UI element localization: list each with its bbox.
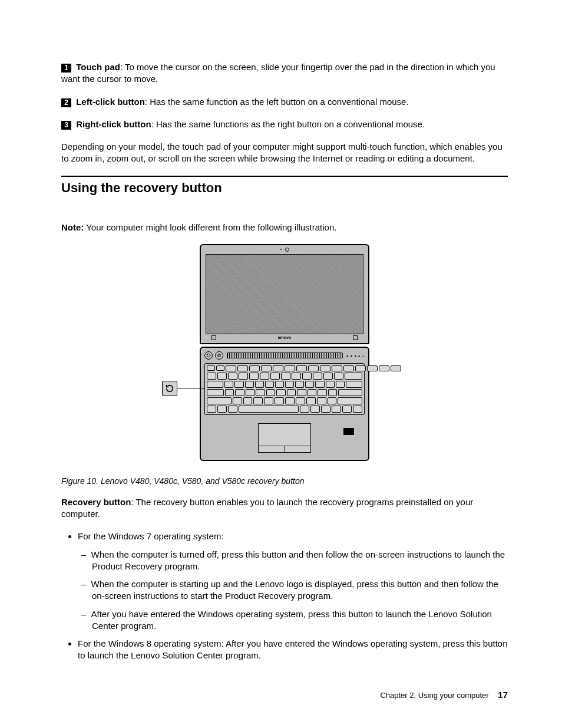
touchpad <box>258 423 311 453</box>
section-divider <box>61 176 508 177</box>
list-item-win7: For the Windows 7 operating system: When… <box>78 531 508 632</box>
indicator-lights: ▴ ▴ ▴ ▴ ▵ <box>346 353 365 357</box>
laptop: lenovo <box>200 244 369 461</box>
win7-sublist: When the computer is turned off, press t… <box>78 549 508 633</box>
hinge-right-icon <box>353 335 358 340</box>
callout-3-desc: : Has the same functions as the right bu… <box>151 119 425 129</box>
recovery-callout <box>162 381 204 396</box>
callout-1-desc: : To move the cursor on the screen, slid… <box>61 62 495 84</box>
section-heading: Using the recovery button <box>61 180 508 196</box>
brand-label: lenovo <box>278 335 292 340</box>
footer-chapter: Chapter 2. Using your computer <box>380 691 488 700</box>
recovery-button-icon <box>204 351 213 360</box>
laptop-lid: lenovo <box>200 244 369 344</box>
recovery-button-label: Recovery button <box>61 497 131 507</box>
win7-item-a: When the computer is turned off, press t… <box>92 549 508 573</box>
recovery-callout-icon <box>162 381 177 396</box>
hinge-row: lenovo <box>201 334 368 341</box>
recovery-button-paragraph: Recovery button: The recovery button ena… <box>61 496 508 521</box>
callout-1-label: Touch pad <box>76 62 120 72</box>
callout-badge-2: 2 <box>61 98 71 107</box>
footer-page-number: 17 <box>498 690 508 700</box>
hinge-left-icon <box>211 335 216 340</box>
palmrest <box>204 420 365 455</box>
webcam-row <box>201 248 368 252</box>
laptop-illustration: lenovo <box>61 244 508 461</box>
callout-2-label: Left-click button <box>76 97 145 107</box>
note-text: Your computer might look different from … <box>86 222 336 232</box>
callout-3-label: Right-click button <box>76 119 151 129</box>
win7-item-c: After you have entered the Windows opera… <box>92 608 508 633</box>
page-footer: Chapter 2. Using your computer 17 <box>380 690 508 700</box>
callout-badge-1: 1 <box>61 64 71 73</box>
webcam-icon <box>285 248 289 252</box>
callout-3-para: 3 Right-click button: Has the same funct… <box>61 118 508 130</box>
power-button-icon <box>215 351 223 360</box>
speaker-deck: ▴ ▴ ▴ ▴ ▵ <box>204 351 365 360</box>
note-paragraph: Note: Your computer might look different… <box>61 222 508 233</box>
os-list: For the Windows 7 operating system: When… <box>61 531 508 661</box>
mic-dot-icon <box>280 249 282 250</box>
laptop-screen <box>206 254 363 334</box>
win7-intro: For the Windows 7 operating system: <box>78 531 224 541</box>
callout-2-para: 2 Left-click button: Has the same functi… <box>61 96 508 108</box>
note-label: Note: <box>61 222 84 232</box>
callout-2-desc: : Has the same function as the left butt… <box>145 97 409 107</box>
callout-badge-3: 3 <box>61 121 71 130</box>
multitouch-paragraph: Depending on your model, the touch pad o… <box>61 141 508 165</box>
fingerprint-reader-icon <box>343 428 354 435</box>
list-item-win8: For the Windows 8 operating system: Afte… <box>78 638 508 662</box>
keyboard <box>204 363 365 415</box>
document-page: 1 Touch pad: To move the cursor on the s… <box>0 0 562 728</box>
callout-leader-line <box>177 388 204 388</box>
win7-item-b: When the computer is starting up and the… <box>92 578 508 602</box>
laptop-base: ▴ ▴ ▴ ▴ ▵ <box>200 347 369 461</box>
speaker-vent-icon <box>227 353 343 358</box>
figure-caption: Figure 10. Lenovo V480, V480c, V580, and… <box>61 476 508 486</box>
callout-1-para: 1 Touch pad: To move the cursor on the s… <box>61 61 508 85</box>
